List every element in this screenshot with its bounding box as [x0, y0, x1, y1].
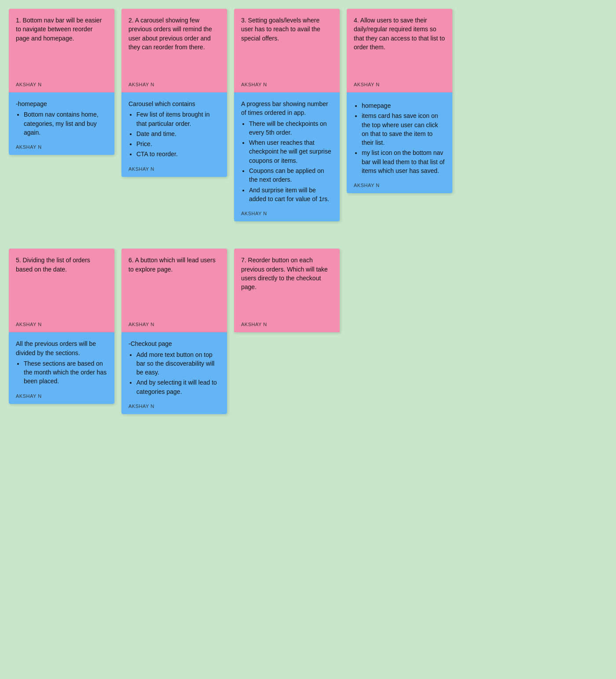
- list-item: Few list of items brought in that partic…: [136, 110, 220, 128]
- blue-card: Carousel which containsFew list of items…: [121, 92, 227, 177]
- pink-card: 1. Bottom nav bar will be easier to navi…: [9, 9, 114, 92]
- blue-card-text: -Checkout pageAdd more text button on to…: [128, 339, 220, 397]
- pink-card-author: AKSHAY N: [16, 322, 107, 327]
- pink-card-author: AKSHAY N: [128, 82, 220, 87]
- pink-card: 7. Reorder button on each previous order…: [234, 249, 340, 332]
- card-body-text: -Checkout page: [128, 339, 220, 348]
- pink-card-text: 1. Bottom nav bar will be easier to navi…: [16, 16, 107, 76]
- list-item: my list icon on the bottom nav bar will …: [362, 148, 445, 175]
- list-item: And surprise item will be added to cart …: [249, 186, 333, 204]
- blue-card-author: AKSHAY N: [128, 404, 220, 409]
- pink-card: 2. A carousel showing few previous order…: [121, 9, 227, 92]
- list-item: And by selecting it will lead to categor…: [136, 378, 220, 396]
- pink-card: 3. Setting goals/levels where user has t…: [234, 9, 340, 92]
- column-col3: 3. Setting goals/levels where user has t…: [234, 9, 340, 222]
- blue-card-author: AKSHAY N: [241, 211, 333, 216]
- list-item: These sections are based on the month wh…: [24, 359, 107, 386]
- card-body-text: A progress bar showing number of times o…: [241, 99, 333, 117]
- list-item: Add more text button on top bar so the d…: [136, 350, 220, 377]
- pink-card-text: 3. Setting goals/levels where user has t…: [241, 16, 333, 76]
- blue-card-text: A progress bar showing number of times o…: [241, 99, 333, 205]
- board: 1. Bottom nav bar will be easier to navi…: [9, 9, 607, 415]
- blue-card-author: AKSHAY N: [354, 183, 445, 188]
- pink-card-author: AKSHAY N: [354, 82, 445, 87]
- row-1: 1. Bottom nav bar will be easier to navi…: [9, 9, 607, 222]
- card-body-text: All the previous orders will be divided …: [16, 339, 107, 357]
- blue-card-text: homepageitems card has save icon on the …: [354, 99, 445, 176]
- card-body-text: Carousel which contains: [128, 99, 220, 108]
- pink-card-author: AKSHAY N: [16, 82, 107, 87]
- pink-card-author: AKSHAY N: [128, 322, 220, 327]
- pink-card-text: 7. Reorder button on each previous order…: [241, 256, 333, 316]
- column-col2: 2. A carousel showing few previous order…: [121, 9, 227, 178]
- list-item: items card has save icon on the top wher…: [362, 111, 445, 147]
- blue-card-text: All the previous orders will be divided …: [16, 339, 107, 387]
- pink-card: 6. A button which will lead users to exp…: [121, 249, 227, 332]
- list-item: CTA to reorder.: [136, 150, 220, 158]
- card-body-text: -homepage: [16, 99, 107, 108]
- pink-card-author: AKSHAY N: [241, 322, 333, 327]
- pink-card-text: 6. A button which will lead users to exp…: [128, 256, 220, 316]
- list-item: Bottom nav contains home, categories, my…: [24, 110, 107, 137]
- list-item: There will be checkpoints on every 5th o…: [249, 119, 333, 137]
- column-col7: 7. Reorder button on each previous order…: [234, 249, 340, 332]
- blue-card-author: AKSHAY N: [128, 166, 220, 172]
- pink-card-text: 2. A carousel showing few previous order…: [128, 16, 220, 76]
- blue-card-text: Carousel which containsFew list of items…: [128, 99, 220, 160]
- pink-card: 4. Allow users to save their daily/regul…: [347, 9, 452, 92]
- column-col4: 4. Allow users to save their daily/regul…: [347, 9, 452, 194]
- list-item: Date and time.: [136, 129, 220, 138]
- list-item: Coupons can be applied on the next order…: [249, 166, 333, 184]
- blue-card: A progress bar showing number of times o…: [234, 92, 340, 221]
- pink-card: 5. Dividing the list of orders based on …: [9, 249, 114, 332]
- list-item: Price.: [136, 139, 220, 148]
- column-col1: 1. Bottom nav bar will be easier to navi…: [9, 9, 114, 156]
- pink-card-author: AKSHAY N: [241, 82, 333, 87]
- pink-card-text: 4. Allow users to save their daily/regul…: [354, 16, 445, 76]
- list-item: When user reaches that checkpoint he wil…: [249, 138, 333, 165]
- blue-card-author: AKSHAY N: [16, 393, 107, 399]
- blue-card-author: AKSHAY N: [16, 144, 107, 150]
- blue-card: -homepageBottom nav contains home, categ…: [9, 92, 114, 155]
- blue-card: All the previous orders will be divided …: [9, 332, 114, 404]
- pink-card-text: 5. Dividing the list of orders based on …: [16, 256, 107, 316]
- blue-card: homepageitems card has save icon on the …: [347, 92, 452, 193]
- blue-card: -Checkout pageAdd more text button on to…: [121, 332, 227, 414]
- blue-card-text: -homepageBottom nav contains home, categ…: [16, 99, 107, 138]
- column-col6: 6. A button which will lead users to exp…: [121, 249, 227, 415]
- list-item: homepage: [362, 101, 445, 110]
- column-col5: 5. Dividing the list of orders based on …: [9, 249, 114, 404]
- row-2: 5. Dividing the list of orders based on …: [9, 249, 607, 415]
